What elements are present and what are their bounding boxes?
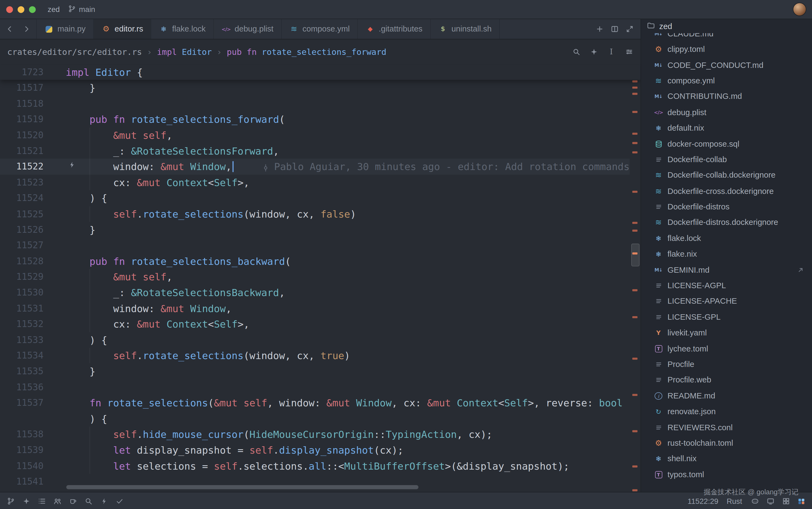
file-item[interactable]: Dockerfile-distros [641, 199, 812, 215]
file-item[interactable]: ⚙rust-toolchain.toml [641, 435, 812, 451]
code-line[interactable]: 11520 &mut self, [0, 127, 640, 143]
breadcrumb-segment[interactable]: impl [157, 47, 177, 57]
breadcrumb-segment[interactable]: › [212, 47, 227, 57]
debug-console-button[interactable] [68, 497, 77, 506]
plus-button[interactable] [595, 25, 604, 33]
file-item[interactable]: Ttypos.toml [641, 467, 812, 482]
search-button[interactable] [84, 497, 93, 506]
code-line[interactable]: 11526 } [0, 222, 640, 238]
code-line[interactable]: 11528 pub fn rotate_selections_backward( [0, 253, 640, 269]
breadcrumb[interactable]: crates/editor/src/editor.rs › impl Edito… [7, 47, 386, 57]
window-close-button[interactable] [6, 6, 13, 13]
file-item[interactable]: REVIEWERS.conl [641, 419, 812, 435]
vertical-scrollbar-thumb[interactable] [631, 244, 640, 267]
screen-button[interactable] [766, 497, 775, 506]
code-line[interactable]: 11522 window: &mut Window,Pablo Aguiar, … [0, 159, 640, 175]
quick-actions-button[interactable] [99, 497, 108, 506]
code-line[interactable]: ) { [0, 411, 640, 427]
code-line[interactable]: 11530 _: &RotateSelectionsBackward, [0, 285, 640, 300]
code-line[interactable]: 11535 } [0, 364, 640, 379]
text-cursor-button[interactable]: I [607, 47, 616, 56]
file-item[interactable]: docker-compose.sql [641, 136, 812, 152]
breadcrumb-segment[interactable]: crates/editor/src/editor.rs [7, 47, 142, 57]
file-item[interactable]: ≋Dockerfile-cross.dockerignore [641, 183, 812, 199]
file-item[interactable]: ❄default.nix [641, 120, 812, 136]
code-line[interactable]: 11532 cx: &mut Context<Self>, [0, 316, 640, 332]
code-line[interactable]: 11523 cx: &mut Context<Self>, [0, 175, 640, 191]
sparkle-button[interactable] [22, 497, 30, 506]
tab-.gitattributes[interactable]: ◆.gitattributes [358, 19, 431, 39]
editor-controls-button[interactable] [624, 47, 633, 56]
breadcrumb-segment[interactable] [257, 47, 262, 57]
copilot-button[interactable] [750, 497, 759, 506]
grid-button[interactable] [781, 497, 790, 506]
maximize-button[interactable] [626, 25, 634, 33]
file-item[interactable]: ↻renovate.json [641, 404, 812, 419]
collaborators-button[interactable] [53, 497, 62, 506]
code-action-bolt-icon[interactable] [68, 161, 77, 169]
repl-button[interactable] [797, 497, 806, 506]
code-line[interactable]: 11527 [0, 238, 640, 253]
breadcrumb-segment[interactable]: › [142, 47, 157, 57]
code-line[interactable]: 11521 _: &RotateSelectionsForward, [0, 143, 640, 159]
git-branch-indicator[interactable]: main [68, 4, 95, 14]
file-item[interactable]: Tlychee.toml [641, 341, 812, 357]
diagnostics-button[interactable] [115, 497, 124, 506]
file-item[interactable]: ≋Dockerfile-collab.dockerignore [641, 168, 812, 183]
file-item[interactable]: M↓CONTRIBUTING.md [641, 89, 812, 105]
breadcrumb-segment[interactable]: rotate_selections_forward [262, 47, 386, 57]
code-line[interactable]: 11529 &mut self, [0, 269, 640, 285]
code-line[interactable]: 11537 fn rotate_selections(&mut self, wi… [0, 395, 640, 411]
git-branch-button[interactable] [6, 497, 15, 506]
file-item[interactable]: LICENSE-APACHE [641, 293, 812, 309]
tab-compose.yml[interactable]: ≋compose.yml [282, 19, 358, 39]
navigate-forward-button[interactable] [22, 25, 31, 33]
code-line[interactable]: 11517 } [0, 80, 640, 96]
code-line[interactable]: 11524 ) { [0, 191, 640, 206]
file-item[interactable]: ≋Dockerfile-distros.dockerignore [641, 215, 812, 231]
file-item[interactable]: LICENSE-GPL [641, 309, 812, 325]
file-item[interactable]: iREADME.md [641, 388, 812, 404]
file-item[interactable]: M↓CODE_OF_CONDUCT.md [641, 57, 812, 73]
code-line[interactable]: 11531 window: &mut Window, [0, 300, 640, 316]
breadcrumb-segment[interactable]: Editor [182, 47, 212, 57]
horizontal-scrollbar-thumb[interactable] [66, 485, 418, 489]
file-item[interactable]: Procfile.web [641, 372, 812, 388]
code-line[interactable]: 11536 [0, 379, 640, 395]
file-item[interactable]: LICENSE-AGPL [641, 278, 812, 293]
avatar[interactable] [793, 3, 806, 15]
code-line[interactable]: 11540 let selections = self.selections.a… [0, 458, 640, 474]
search-button[interactable] [572, 47, 581, 56]
code-line[interactable]: 11539 let display_snapshot = self.displa… [0, 442, 640, 458]
file-item[interactable]: ⚙clippy.toml [641, 41, 812, 57]
breadcrumb-segment[interactable]: pub fn [227, 47, 257, 57]
file-item[interactable]: </>debug.plist [641, 105, 812, 120]
language-selector[interactable]: Rust [727, 497, 742, 506]
outline-button[interactable] [37, 497, 46, 506]
file-item[interactable]: ≋compose.yml [641, 73, 812, 89]
tab-flake.lock[interactable]: ❄flake.lock [151, 19, 214, 39]
vertical-scrollbar[interactable] [630, 80, 640, 492]
tab-debug.plist[interactable]: </>debug.plist [214, 19, 282, 39]
file-item[interactable]: Ylivekit.yaml [641, 325, 812, 341]
window-zoom-button[interactable] [29, 6, 36, 13]
code-line[interactable]: 11519 pub fn rotate_selections_forward( [0, 112, 640, 127]
code-line[interactable]: 11538 self.hide_mouse_cursor(HideMouseCu… [0, 427, 640, 442]
file-item[interactable]: ❄shell.nix [641, 451, 812, 467]
file-item[interactable]: M↓GEMINI.md [641, 262, 812, 278]
project-root[interactable]: zed [641, 19, 812, 33]
file-item[interactable]: Procfile [641, 357, 812, 372]
tab-editor.rs[interactable]: ⚙editor.rs [94, 19, 151, 39]
window-minimize-button[interactable] [17, 6, 25, 13]
tab-main.py[interactable]: main.py [37, 19, 94, 39]
code-line[interactable]: 11525 self.rotate_selections(window, cx,… [0, 206, 640, 222]
code-line[interactable]: 11533 ) { [0, 332, 640, 348]
code-line[interactable]: 11534 self.rotate_selections(window, cx,… [0, 348, 640, 364]
file-item[interactable]: ❄flake.nix [641, 246, 812, 262]
file-item[interactable]: Dockerfile-collab [641, 152, 812, 168]
navigate-back-button[interactable] [6, 25, 14, 33]
tab-uninstall.sh[interactable]: $uninstall.sh [431, 19, 500, 39]
file-item[interactable]: ❄flake.lock [641, 231, 812, 246]
breadcrumb-segment[interactable] [177, 47, 182, 57]
code-line[interactable]: 11518 [0, 96, 640, 112]
